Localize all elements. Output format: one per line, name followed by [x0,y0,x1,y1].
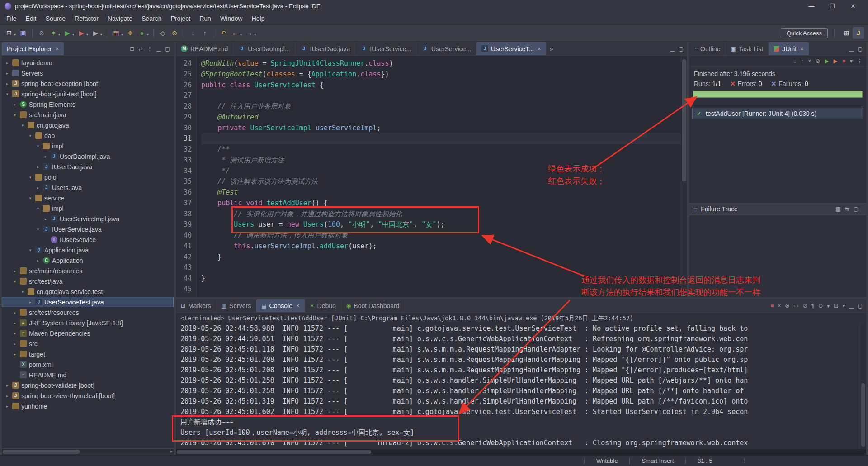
expander-collapsed-icon[interactable]: ▸ [12,321,18,325]
new-wizard-icon-dropdown[interactable]: ▾ [14,33,16,37]
tab-overflow-icon[interactable]: » [547,42,557,55]
previous-annotation-icon[interactable]: ↑ [199,28,210,38]
expander-collapsed-icon[interactable]: ▸ [5,394,10,398]
console-hscrollbar[interactable] [176,449,866,455]
close-view-icon[interactable]: × [56,45,59,52]
expander-expanded-icon[interactable]: ▾ [28,196,33,200]
expander-expanded-icon[interactable]: ▾ [28,133,33,138]
previous-failed-test-icon[interactable]: ↑ [801,58,803,64]
tree-item-service[interactable]: ▾service [2,193,174,203]
maximize-view-icon[interactable]: ▢ [858,46,863,52]
maximize-button[interactable]: ❐ [822,3,843,10]
debug-icon-dropdown[interactable]: ▾ [58,33,60,37]
editor-tab-readme-md[interactable]: MREADME.md [176,42,233,55]
tree-item-spring-boot-view-thymeleaf-boot[interactable]: ▸Jspring-boot-view-thymeleaf [boot] [2,390,174,401]
show-failure-stack-icon[interactable]: ▤ [835,206,840,212]
expander-collapsed-icon[interactable]: ▸ [5,71,10,76]
menu-file[interactable]: File [2,13,21,24]
maximize-view-icon[interactable]: ▢ [165,46,170,52]
new-java-project-icon-dropdown[interactable]: ▾ [121,33,123,37]
close-button[interactable]: ✕ [843,3,863,10]
panel-tab-console[interactable]: ▤Console× [256,299,305,312]
java-perspective-icon[interactable]: J [853,27,864,39]
tree-item-application[interactable]: ▸CApplication [2,255,174,266]
tree-item-spring-boot-validate-boot[interactable]: ▸Jspring-boot-validate [boot] [2,380,174,390]
editor-tab-userdaoimpl[interactable]: JUserDaoImpl... [233,42,295,55]
maximize-view-icon[interactable]: ▢ [679,46,684,52]
new-class-icon[interactable]: ● [137,28,147,38]
tree-item-impl[interactable]: ▾impl [2,203,174,214]
expander-expanded-icon[interactable]: ▾ [28,248,33,252]
tree-item-impl[interactable]: ▾impl [2,141,174,151]
expander-collapsed-icon[interactable]: ▸ [5,383,10,388]
panel-tab-boot-dashboard[interactable]: ◉Boot Dashboard [341,299,405,312]
menu-refactor[interactable]: Refactor [70,13,103,24]
scroll-lock-icon[interactable]: ⊘ [803,303,807,309]
expander-collapsed-icon[interactable]: ▸ [5,404,10,409]
tree-item-src-test-resources[interactable]: ▸src/test/resources [2,307,174,318]
editor-tab-iuserservice[interactable]: JIUserService... [355,42,417,55]
word-wrap-icon[interactable]: ¶ [811,303,814,309]
expander-collapsed-icon[interactable]: ▸ [43,217,48,221]
maximize-view-icon[interactable]: ▢ [858,303,863,309]
line-number-gutter[interactable]: 2425262728293031323334353637383940414243… [176,56,197,297]
menu-help[interactable]: Help [247,13,269,24]
test-result-row[interactable]: ✓ testAddUser [Runner: JUnit 4] (0.030 s… [692,108,863,119]
close-tab-icon[interactable]: × [800,45,804,52]
last-edit-location-icon[interactable]: ↶ [218,28,229,38]
skip-breakpoints-icon[interactable]: ⊘ [36,28,47,38]
close-tab-icon[interactable]: × [296,302,300,309]
run-icon-dropdown[interactable]: ▾ [72,33,74,37]
expander-expanded-icon[interactable]: ▾ [28,175,33,180]
tree-item-users-java[interactable]: ▸JUsers.java [2,182,174,193]
test-run-history-icon[interactable]: ▾ [850,58,853,64]
expander-collapsed-icon[interactable]: ▸ [35,258,41,263]
tab-project-explorer[interactable]: Project Explorer × [2,42,64,55]
failures-only-icon[interactable]: × [808,58,811,64]
tree-item-dao[interactable]: ▾dao [2,130,174,141]
run-icon[interactable]: ▶ [62,28,73,38]
tree-item-jre-system-library-javase-1-8[interactable]: ▸≡JRE System Library [JavaSE-1.8] [2,318,174,328]
next-annotation-icon[interactable]: ↓ [188,28,198,38]
expander-collapsed-icon[interactable]: ▸ [5,61,10,65]
tree-item-iuserdao-java[interactable]: ▸JIUserDao.java [2,162,174,172]
expander-expanded-icon[interactable]: ▾ [35,206,41,211]
panel-tab-debug[interactable]: ✶Debug [305,299,341,312]
project-explorer-hscrollbar[interactable]: ▸ [2,448,174,455]
editor-tab-iuserdao-java[interactable]: JIUserDao.java [296,42,356,55]
vscrollbar-thumb[interactable] [682,59,686,181]
open-console-icon[interactable]: ⊞ [834,303,838,309]
tree-item-layui-demo[interactable]: ▸layui-demo [2,57,174,68]
forward-icon-dropdown[interactable]: ▾ [254,33,256,37]
tree-item-src-test-java[interactable]: ▾src/test/java [2,276,174,286]
expander-collapsed-icon[interactable]: ▸ [35,185,41,190]
view-tab-outline[interactable]: ≡Outline [689,42,726,55]
view-tab-task-list[interactable]: ▣Task List [726,42,769,55]
rerun-failed-first-icon[interactable]: ▶ [833,58,837,64]
pin-console-icon[interactable]: ⊙ [818,303,823,309]
link-with-editor-icon[interactable]: ⇄ [138,46,143,52]
tree-item-cn-gotojava-service-test[interactable]: ▾cn.gotojava.service.test [2,286,174,297]
vscrollbar-thumb[interactable] [861,383,865,447]
expander-expanded-icon[interactable]: ▾ [20,123,25,128]
rerun-test-icon[interactable]: ▶ [825,58,829,64]
next-failed-test-icon[interactable]: ↓ [793,58,796,64]
minimize-view-icon[interactable]: ▁ [670,46,674,52]
external-tools-icon[interactable]: ▶ [90,28,101,38]
scroll-lock-icon[interactable]: ⊘ [816,58,820,64]
tree-item-iuserservice[interactable]: IIUserService [2,234,174,245]
hscrollbar-thumb[interactable] [3,450,80,454]
tree-item-iuserservice-java[interactable]: ▾JIUserService.java [2,224,174,234]
editor-tab-userservicet[interactable]: JUserServiceT...× [476,42,547,55]
pe-view-menu-icon[interactable]: ⋮ [147,46,152,52]
expander-collapsed-icon[interactable]: ▸ [12,269,18,273]
quick-access-button[interactable]: Quick Access [781,28,828,38]
coverage-icon[interactable]: ▶ [76,28,87,38]
minimize-button[interactable]: — [801,3,822,10]
expander-expanded-icon[interactable]: ▾ [20,290,25,294]
junit-view-menu-icon[interactable]: ⋮ [857,58,863,64]
copy-failure-icon[interactable]: ▢ [854,206,859,212]
open-perspective-icon[interactable]: ⊞ [841,27,853,39]
tree-item-spring-elements[interactable]: ▸SSpring Elements [2,99,174,109]
tree-item-src[interactable]: ▸src [2,338,174,349]
